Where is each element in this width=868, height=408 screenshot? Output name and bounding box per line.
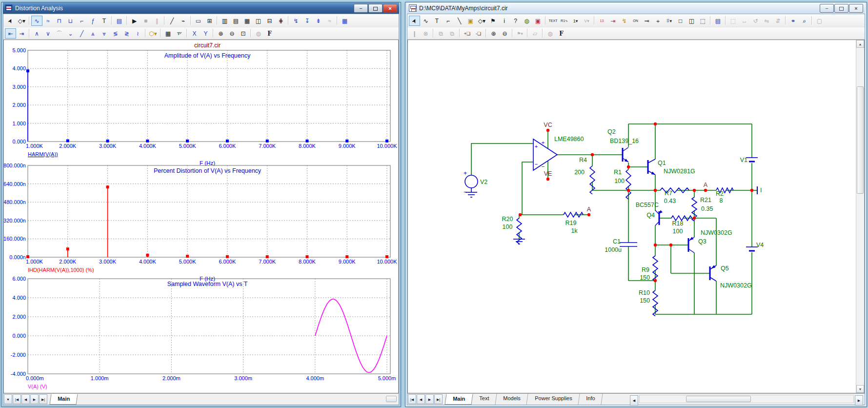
properties-icon[interactable]: ▤: [712, 16, 724, 26]
minimize-button[interactable]: −: [354, 4, 368, 13]
valley-icon[interactable]: ∨: [42, 28, 54, 39]
text-tool-icon[interactable]: T: [99, 16, 110, 26]
x-scale-icon[interactable]: X: [189, 28, 200, 39]
select-all-icon[interactable]: ⬚: [727, 16, 739, 26]
hscroll-right-button[interactable]: ▶: [855, 395, 863, 406]
peak-icon[interactable]: ∧: [31, 28, 42, 39]
tag-vertical-icon[interactable]: ↧: [302, 16, 313, 26]
scroll-down-button[interactable]: ▼: [856, 385, 864, 393]
tab-main[interactable]: Main: [49, 394, 78, 405]
tab-list-button[interactable]: ▼: [4, 394, 12, 404]
schematic-canvas[interactable]: +−+−+−VCVEAAILME49860V1V2V4Q2BD139_16Q1N…: [407, 40, 865, 393]
cursor-left-icon[interactable]: ⇤: [5, 28, 16, 39]
distortion-plots[interactable]: 5.0004.0003.0002.0001.0000.0001.000K2.00…: [4, 40, 399, 393]
shapes-dropdown-icon[interactable]: ◇▾: [16, 16, 27, 26]
fourier-icon[interactable]: F: [264, 28, 275, 39]
line-diagonal-icon[interactable]: ╲: [454, 16, 465, 26]
grid-dropdown-icon[interactable]: ⠿▾: [664, 16, 675, 26]
top-icon[interactable]: ≷: [121, 28, 132, 39]
stop-icon[interactable]: ■: [140, 16, 151, 26]
folder-icon[interactable]: ▱: [529, 28, 541, 39]
node-voltages-icon[interactable]: V▾: [581, 16, 592, 26]
rotate-icon[interactable]: ↺: [750, 16, 761, 26]
zoom-out-icon[interactable]: ⊖: [226, 28, 238, 39]
last-tab-button[interactable]: ▶|: [434, 394, 443, 404]
pattern-hlines-icon[interactable]: ▤: [230, 16, 242, 26]
prev-tab-button[interactable]: ◀: [21, 394, 30, 404]
tab-text[interactable]: Text: [472, 394, 497, 405]
line-tool-icon[interactable]: ╱: [166, 16, 178, 26]
high-icon[interactable]: ⌒: [54, 28, 65, 39]
restore-button[interactable]: [368, 4, 383, 13]
pattern-grid-icon[interactable]: ▦: [242, 16, 253, 26]
current-arrow-icon[interactable]: ⇥: [607, 16, 619, 26]
first-tab-button[interactable]: |◀: [13, 394, 21, 404]
zoom-in-icon[interactable]: ⊕: [488, 28, 499, 39]
select-pointer-icon[interactable]: ➤: [409, 16, 420, 26]
restore-button[interactable]: [834, 4, 848, 13]
flag-icon[interactable]: ⚑: [487, 16, 499, 26]
align-cursors-icon[interactable]: ≈: [324, 16, 335, 26]
pin-connection-icon[interactable]: ⊸: [641, 16, 652, 26]
digital-trace-icon[interactable]: ⌐: [76, 16, 87, 26]
fourier-icon[interactable]: F: [556, 28, 567, 39]
attribute-display-icon[interactable]: R1∿: [559, 16, 570, 26]
cursor-right-icon[interactable]: ⇥: [16, 28, 27, 39]
plot-properties-icon[interactable]: ▦: [339, 16, 350, 26]
minimize-button[interactable]: −: [820, 4, 834, 13]
condition-display-icon[interactable]: ON: [630, 16, 641, 26]
browser-icon[interactable]: ◍: [521, 16, 532, 26]
close-button[interactable]: ×: [383, 4, 397, 13]
vertical-scrollbar[interactable]: ▲ ▼: [856, 40, 864, 393]
find-icon[interactable]: ⌕: [799, 16, 810, 26]
polyline-tool-icon[interactable]: ⌁: [178, 16, 189, 26]
title-block-icon[interactable]: ◫: [686, 16, 697, 26]
shapes-dropdown-icon[interactable]: ◇▾: [476, 16, 487, 26]
wire-sine-icon[interactable]: ∿: [420, 16, 431, 26]
pattern-vlines-icon[interactable]: ▥: [219, 16, 230, 26]
flag-dropdown-icon[interactable]: ⚑▾: [514, 28, 525, 39]
paste-page-icon[interactable]: ⧉: [446, 28, 458, 39]
globe-icon[interactable]: ◍: [253, 28, 264, 39]
pattern-right-icon[interactable]: ◫: [253, 16, 264, 26]
border-display-icon[interactable]: □: [675, 16, 686, 26]
crosshair-icon[interactable]: ＋: [652, 16, 664, 26]
mode-select-box-icon[interactable]: ⬚: [697, 16, 708, 26]
current-display-icon[interactable]: 13: [596, 16, 607, 26]
delete-page-icon[interactable]: -❏: [473, 28, 484, 39]
tabstrip-scrollbar[interactable]: [386, 396, 397, 402]
zoom-region-icon[interactable]: ⊡: [238, 28, 249, 39]
global-low-icon[interactable]: ⩔: [99, 28, 110, 39]
add-page-icon[interactable]: +❏: [462, 28, 473, 39]
zoom-out-icon[interactable]: ⊖: [499, 28, 510, 39]
pulse-mode-icon[interactable]: ⊓: [54, 16, 65, 26]
go-to-x-icon[interactable]: ↯: [290, 16, 302, 26]
find-component-icon[interactable]: ⚭: [787, 16, 799, 26]
wire-ortho-icon[interactable]: ⌐: [443, 16, 454, 26]
close-button[interactable]: ×: [849, 4, 863, 13]
formula-trace-icon[interactable]: ƒ: [87, 16, 99, 26]
y-scale-icon[interactable]: Y: [200, 28, 211, 39]
help-mode-icon[interactable]: ?: [510, 16, 521, 26]
global-high-icon[interactable]: ⩓: [87, 28, 99, 39]
tab-info[interactable]: Info: [579, 394, 603, 405]
waveform-pair-icon[interactable]: ≈: [42, 16, 54, 26]
copy-page-icon[interactable]: ⧉: [435, 28, 446, 39]
last-tab-button[interactable]: ▶|: [39, 394, 47, 404]
tab-models[interactable]: Models: [496, 394, 529, 405]
tab-power-supplies[interactable]: Power Supplies: [527, 394, 580, 405]
stretch-icon[interactable]: ↔: [739, 16, 750, 26]
digital-box-icon[interactable]: ▣: [532, 16, 544, 26]
tag-horizontal-icon[interactable]: ⇟: [313, 16, 324, 26]
hscroll-left-button[interactable]: ◀: [630, 395, 638, 406]
zoom-in-icon[interactable]: ⊕: [215, 28, 226, 39]
properties-icon[interactable]: ▤: [114, 16, 125, 26]
animate-icon[interactable]: ▢: [814, 16, 825, 26]
grid-box-icon[interactable]: ⊞: [204, 16, 215, 26]
marquee-icon[interactable]: ▭: [193, 16, 204, 26]
flip-y-icon[interactable]: ⇵: [772, 16, 784, 26]
vertical-scroll-thumb[interactable]: [857, 86, 864, 194]
cursor-lines-icon[interactable]: ⋕: [275, 16, 286, 26]
component-icon[interactable]: ▣: [465, 16, 476, 26]
first-tab-button[interactable]: |◀: [408, 394, 416, 404]
